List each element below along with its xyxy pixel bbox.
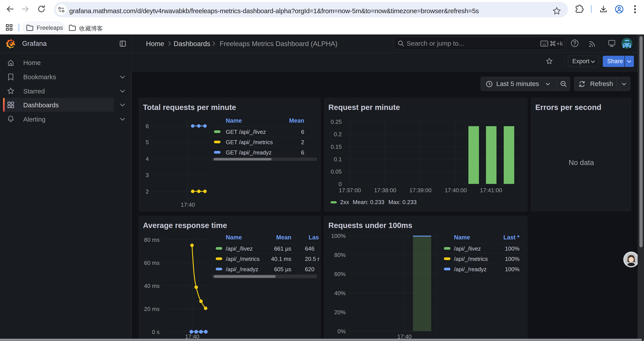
svg-text:17:37:00: 17:37:00 bbox=[339, 187, 361, 194]
svg-text:2: 2 bbox=[146, 188, 149, 195]
svg-text:60%: 60% bbox=[334, 271, 346, 277]
svg-text:5: 5 bbox=[146, 139, 149, 146]
svg-text:0.15: 0.15 bbox=[330, 144, 342, 150]
svg-text:17:40:00: 17:40:00 bbox=[444, 187, 467, 194]
svg-text:4: 4 bbox=[146, 156, 149, 162]
svg-text:0.05: 0.05 bbox=[330, 168, 342, 175]
svg-text:17:39:00: 17:39:00 bbox=[409, 187, 432, 194]
svg-text:0: 0 bbox=[339, 181, 342, 187]
svg-text:0.25: 0.25 bbox=[330, 119, 342, 125]
svg-text:20 ms: 20 ms bbox=[144, 306, 160, 312]
svg-text:0.2: 0.2 bbox=[334, 131, 342, 138]
svg-text:40%: 40% bbox=[334, 290, 346, 296]
svg-text:80%: 80% bbox=[334, 252, 346, 258]
svg-text:3: 3 bbox=[146, 172, 149, 178]
svg-text:17:41:00: 17:41:00 bbox=[480, 187, 502, 194]
svg-text:0 s: 0 s bbox=[152, 329, 160, 335]
svg-text:40 ms: 40 ms bbox=[144, 283, 160, 289]
svg-text:0.1: 0.1 bbox=[334, 156, 342, 163]
svg-text:0%: 0% bbox=[337, 328, 346, 335]
svg-text:17:38:00: 17:38:00 bbox=[374, 187, 396, 194]
svg-text:17:40: 17:40 bbox=[180, 201, 195, 208]
svg-text:60 ms: 60 ms bbox=[144, 260, 160, 266]
svg-text:20%: 20% bbox=[334, 309, 346, 315]
